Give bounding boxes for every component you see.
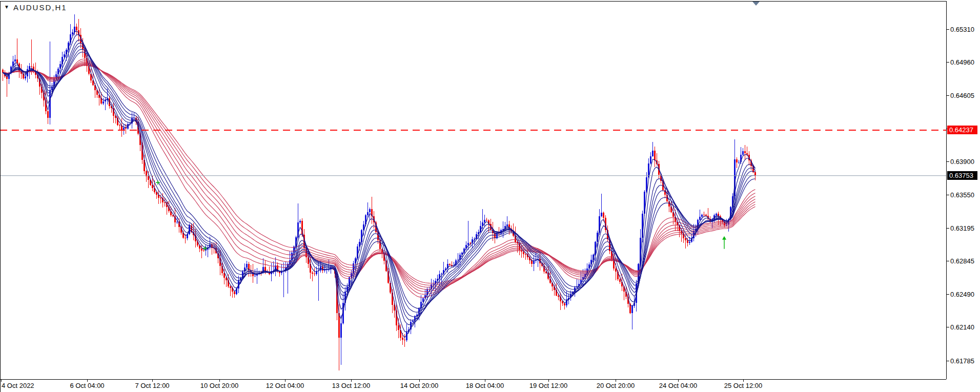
candle-body (705, 215, 707, 216)
candle-body (525, 254, 526, 255)
candle-body (72, 32, 73, 34)
candle-body (433, 284, 434, 284)
price-tick-label: 0.62490 (950, 291, 974, 298)
chart-frame (0, 1, 947, 392)
candle-body (123, 128, 125, 130)
candle-body (299, 221, 301, 222)
price-tick-label: 0.62845 (950, 257, 974, 265)
time-tick-label: 19 Oct 12:00 (529, 382, 567, 389)
candle-body (558, 296, 559, 297)
candle-body (338, 313, 340, 337)
candle-body (406, 332, 407, 340)
time-tick-label: 24 Oct 04:00 (659, 382, 697, 389)
candle-body (31, 66, 32, 67)
time-tick-label: 7 Oct 12:00 (135, 382, 169, 389)
time-tick-label: 20 Oct 20:00 (597, 382, 635, 389)
candle-body (25, 76, 26, 79)
candle-body (230, 286, 231, 287)
candle-body (324, 270, 325, 271)
candle-body (441, 274, 442, 274)
time-tick-label: 12 Oct 04:00 (266, 382, 304, 389)
candle-body (701, 215, 703, 217)
candle-body (340, 323, 342, 338)
time-tick-label: 18 Oct 04:00 (466, 382, 504, 389)
candle-body (603, 213, 604, 218)
candle-body (2, 70, 4, 73)
candle-body (103, 101, 104, 104)
candle-body (398, 325, 399, 329)
candle-body (754, 172, 756, 175)
candle-body (601, 213, 602, 216)
candle-body (201, 249, 202, 251)
candle-body (314, 274, 315, 274)
candle-body (699, 217, 701, 220)
candle-body (744, 151, 746, 153)
ema-line-18 (3, 52, 756, 308)
candle-body (650, 156, 651, 163)
price-tick-label: 0.63195 (950, 224, 974, 232)
candle-body (685, 238, 686, 240)
candle-body (486, 220, 487, 220)
price-tick-label: 0.63900 (950, 158, 974, 166)
candle-body (312, 273, 313, 274)
alert-level-badge: 0.64237 (947, 126, 977, 134)
candle-body (654, 151, 656, 160)
symbol-label-text: AUDUSD,H1 (13, 3, 67, 12)
buy-arrow-marker-head (722, 236, 726, 240)
time-tick-label: 10 Oct 20:00 (200, 382, 238, 389)
candle-body (47, 111, 49, 117)
candle-body (564, 303, 565, 306)
ema-line-45 (3, 63, 756, 289)
ema-line-3 (3, 31, 756, 338)
candle-body (367, 212, 369, 215)
price-tick-label: 0.61785 (950, 357, 974, 365)
candle-body (631, 306, 633, 313)
candle-body (254, 276, 256, 276)
ema-line-8 (3, 40, 756, 325)
dropdown-triangle-icon: ▼ (4, 4, 9, 10)
price-tick-label: 0.62140 (950, 323, 974, 331)
price-tick-label: 0.64605 (950, 92, 974, 99)
current-price-badge: 0.63753 (947, 171, 977, 180)
time-tick-label: 13 Oct 12:00 (332, 382, 370, 389)
candle-body (404, 340, 405, 340)
time-tick-label: 6 Oct 04:00 (70, 382, 104, 389)
candle-body (562, 301, 563, 303)
candle-body (185, 238, 186, 238)
candle-body (76, 27, 77, 30)
candle-body (615, 269, 617, 272)
ema-line-15 (3, 49, 756, 312)
candles-layer (2, 14, 756, 371)
ema-short-group (3, 31, 756, 338)
candle-body (467, 243, 469, 245)
candle-body (619, 279, 621, 281)
candle-body (652, 151, 654, 156)
candle-body (533, 261, 535, 264)
ema-line-12 (3, 46, 756, 317)
candle-body (369, 209, 371, 212)
candle-body (689, 242, 690, 243)
price-tick-label: 0.65310 (950, 26, 974, 33)
candle-body (14, 59, 16, 61)
plot-area[interactable] (0, 14, 946, 371)
chart-shift-marker[interactable] (752, 2, 760, 6)
candle-body (164, 202, 166, 203)
price-tick-label: 0.63550 (950, 191, 974, 199)
candle-body (176, 222, 178, 222)
time-tick-label: 14 Oct 20:00 (400, 382, 438, 389)
price-chart[interactable] (0, 0, 980, 392)
candle-body (203, 251, 205, 251)
candle-body (402, 338, 403, 340)
candle-body (736, 159, 738, 162)
candle-body (160, 198, 161, 198)
candle-body (412, 321, 414, 322)
symbol-dropdown[interactable]: ▼ AUDUSD,H1 (4, 3, 67, 12)
candle-body (148, 176, 149, 180)
candle-body (742, 151, 744, 155)
candle-body (119, 125, 120, 126)
candle-body (64, 54, 65, 57)
time-tick-label: 4 Oct 2022 (2, 382, 34, 389)
candle-body (449, 264, 451, 265)
candle-body (703, 215, 705, 215)
candle-body (234, 292, 235, 294)
